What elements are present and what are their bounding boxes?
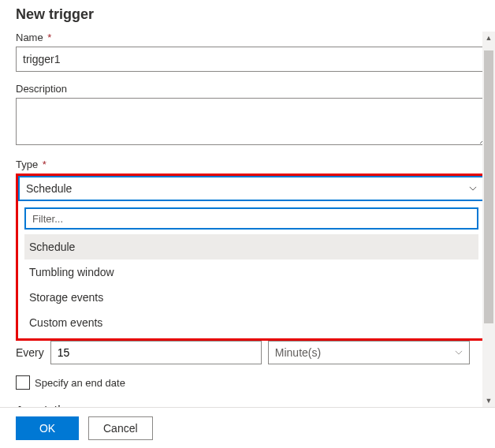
cancel-button[interactable]: Cancel xyxy=(88,416,153,440)
description-field-group: Description xyxy=(16,83,487,147)
ok-button[interactable]: OK xyxy=(16,416,79,440)
every-value-input[interactable] xyxy=(50,341,262,364)
end-date-label: Specify an end date xyxy=(35,377,125,389)
every-label: Every xyxy=(16,346,44,359)
end-date-checkbox[interactable] xyxy=(16,375,30,390)
name-label: Name * xyxy=(16,32,487,43)
end-date-row: Specify an end date xyxy=(16,375,487,390)
type-option-schedule[interactable]: Schedule xyxy=(24,234,478,259)
type-dropdown-highlighted: Schedule Schedule Tumbling window Storag… xyxy=(16,174,487,341)
description-textarea[interactable] xyxy=(16,98,487,145)
panel-title: New trigger xyxy=(16,6,479,23)
every-unit-value: Minute(s) xyxy=(275,346,321,359)
scroll-up-arrow-icon[interactable]: ▲ xyxy=(482,32,495,44)
name-field-group: Name * xyxy=(16,32,487,72)
type-selected-value: Schedule xyxy=(26,182,72,195)
scroll-area: Name * Description Type * Schedule xyxy=(16,32,487,407)
type-option-storage-events[interactable]: Storage events xyxy=(24,285,478,310)
chevron-down-icon xyxy=(455,349,463,357)
type-options-list: Schedule Tumbling window Storage events … xyxy=(24,234,478,335)
required-asterisk: * xyxy=(43,159,47,170)
scrollbar-track[interactable] xyxy=(484,44,493,394)
type-field-group: Type * Schedule Schedule Tumbling window… xyxy=(16,159,487,341)
dialog-footer: OK Cancel xyxy=(0,407,495,448)
scroll-down-arrow-icon[interactable]: ▼ xyxy=(482,394,495,407)
type-option-custom-events[interactable]: Custom events xyxy=(24,310,478,335)
name-input[interactable] xyxy=(16,47,487,72)
type-label: Type * xyxy=(16,159,487,170)
type-option-tumbling-window[interactable]: Tumbling window xyxy=(24,259,478,285)
every-unit-select[interactable]: Minute(s) xyxy=(268,341,470,364)
chevron-down-icon xyxy=(469,185,477,192)
type-label-text: Type xyxy=(16,159,38,170)
type-select[interactable]: Schedule xyxy=(18,176,485,201)
type-dropdown-panel: Schedule Tumbling window Storage events … xyxy=(18,201,485,338)
required-asterisk: * xyxy=(47,32,51,43)
vertical-scrollbar[interactable]: ▲ ▼ xyxy=(482,32,495,407)
recurrence-row: Every Minute(s) xyxy=(16,341,487,364)
name-label-text: Name xyxy=(16,32,43,43)
description-label: Description xyxy=(16,83,487,95)
type-filter-input[interactable] xyxy=(24,207,478,230)
scrollbar-thumb[interactable] xyxy=(484,50,493,323)
